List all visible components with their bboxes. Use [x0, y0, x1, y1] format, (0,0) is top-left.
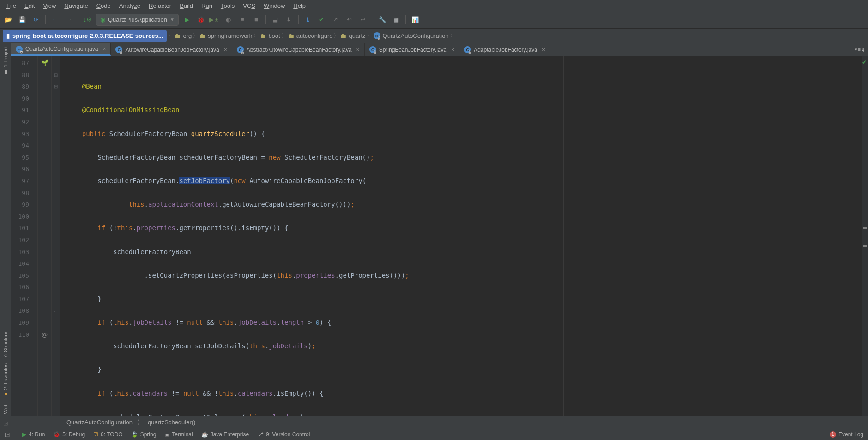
tab-abstract-autowire-capable-bean-factory[interactable]: C AbstractAutowireCapableBeanFactory.jav… — [232, 43, 365, 56]
tab-autowire-capable-bean-job-factory[interactable]: C AutowireCapableBeanJobFactory.java × — [111, 43, 232, 56]
class-icon: C — [115, 46, 122, 53]
tab-overflow[interactable]: ▾≡4 — [851, 43, 868, 56]
stripe-mark[interactable] — [863, 227, 867, 229]
favorites-tool-button[interactable]: ★ 2: Favorites — [2, 361, 8, 400]
download-icon[interactable]: ⬇ — [283, 14, 295, 25]
status-event-log[interactable]: 1Event Log — [830, 431, 863, 438]
vcs-revert-icon[interactable]: ↶ — [344, 14, 355, 25]
breadcrumb-class[interactable]: CQuartzAutoConfiguration — [374, 32, 449, 39]
tab-adaptable-job-factory[interactable]: C AdaptableJobFactory.java × — [459, 43, 550, 56]
status-run[interactable]: ▶4: Run — [22, 431, 45, 438]
breadcrumb-method[interactable]: quartzScheduler() — [148, 419, 195, 426]
tool-window-toggle-icon[interactable]: ◲ — [5, 431, 14, 438]
profile-icon[interactable]: ◐ — [223, 14, 234, 25]
error-stripe[interactable]: ✔ — [862, 56, 868, 416]
forward-icon[interactable]: → — [63, 14, 74, 25]
chevron-down-icon: ▼ — [170, 17, 175, 22]
menu-help[interactable]: Help — [289, 1, 309, 10]
tab-spring-bean-job-factory[interactable]: C SpringBeanJobFactory.java × — [365, 43, 460, 56]
sdk-icon[interactable]: 📊 — [410, 14, 421, 25]
breadcrumb-autoconfigure[interactable]: 🖿autoconfigure — [288, 32, 333, 39]
close-tab-icon[interactable]: × — [451, 47, 454, 53]
status-bar: ◲ ▶4: Run 🐞5: Debug ☑6: TODO 🍃Spring ▣Te… — [0, 428, 868, 440]
annotation-gutter-icon[interactable]: @ — [42, 331, 48, 338]
menu-build[interactable]: Build — [176, 1, 197, 10]
web-tool-button[interactable]: Web — [3, 401, 8, 416]
close-tab-icon[interactable]: × — [356, 47, 360, 53]
project-chip[interactable]: ▮ spring-boot-autoconfigure-2.0.3.RELEAS… — [3, 30, 167, 42]
menu-view[interactable]: View — [39, 1, 60, 10]
project-structure-icon[interactable]: ▦ — [391, 14, 402, 25]
separator — [265, 15, 266, 24]
menu-vcs[interactable]: VCS — [239, 1, 259, 10]
concurrency-icon[interactable]: ≡ — [237, 14, 248, 25]
editor-wrap: C QuartzAutoConfiguration.java × C Autow… — [11, 43, 868, 428]
menu-edit[interactable]: Edit — [21, 1, 38, 10]
spring-boot-icon: ◉ — [100, 16, 105, 23]
class-icon: C — [16, 46, 23, 53]
fold-end-icon[interactable]: ⌐ — [54, 309, 57, 314]
status-terminal[interactable]: ▣Terminal — [164, 431, 193, 438]
sync-icon[interactable]: ⟳ — [30, 14, 42, 25]
structure-tool-button[interactable]: 7: Structure — [3, 329, 8, 361]
settings-icon[interactable]: 🔧 — [377, 14, 388, 25]
run-icon[interactable]: ▶ — [181, 14, 193, 25]
fold-toggle-icon[interactable]: ⊟ — [54, 72, 58, 77]
debug-icon[interactable]: 🐞 — [195, 14, 206, 25]
separator — [45, 15, 46, 24]
project-icon: ▮ — [2, 69, 8, 75]
menu-window[interactable]: Window — [260, 1, 289, 10]
breadcrumb-org[interactable]: 🖿org — [175, 32, 192, 39]
terminal-icon: ▣ — [164, 431, 169, 438]
vcs-history-icon[interactable]: ↗ — [330, 14, 341, 25]
coverage-icon[interactable]: ▶⛨ — [209, 14, 220, 25]
menu-bar: File Edit View Navigate Code Analyze Ref… — [0, 0, 868, 11]
attach-icon[interactable]: ⬓ — [270, 14, 281, 25]
status-debug[interactable]: 🐞5: Debug — [53, 431, 85, 438]
status-vcs[interactable]: ⎇9: Version Control — [257, 431, 310, 438]
fold-toggle-icon[interactable]: ⊟ — [54, 84, 58, 89]
tab-quartz-autoconfiguration[interactable]: C QuartzAutoConfiguration.java × — [11, 43, 111, 56]
breadcrumb-boot[interactable]: 🖿boot — [260, 32, 280, 39]
project-chip-label: spring-boot-autoconfigure-2.0.3.RELEASE-… — [12, 32, 163, 39]
menu-tools[interactable]: Tools — [217, 1, 238, 10]
menu-analyze[interactable]: Analyze — [115, 1, 144, 10]
close-tab-icon[interactable]: × — [542, 47, 545, 53]
tool-window-toggle-icon[interactable]: ◲ — [1, 418, 10, 428]
breadcrumb-quartz[interactable]: 🖿quartz — [340, 32, 365, 39]
run-config-label: QuartzPlusApplication — [108, 16, 167, 23]
stripe-mark[interactable] — [863, 245, 867, 247]
line-number-gutter[interactable]: 8788899091929394959697989910010110210310… — [11, 56, 38, 416]
stop-icon[interactable]: ■ — [251, 14, 262, 25]
status-todo[interactable]: ☑6: TODO — [93, 431, 123, 438]
left-tool-window-bar: ▮ 1: Project 7: Structure ★ 2: Favorites… — [0, 43, 11, 428]
breadcrumb-springframework[interactable]: 🖿springframework — [199, 32, 252, 39]
project-tool-button[interactable]: ▮ 1: Project — [2, 43, 8, 78]
menu-file[interactable]: File — [3, 1, 20, 10]
vcs-commit-icon[interactable]: ✔ — [316, 14, 327, 25]
make-project-icon[interactable]: ↓⚙ — [82, 14, 93, 25]
status-spring[interactable]: 🍃Spring — [131, 431, 157, 438]
code-area[interactable]: @Bean @ConditionalOnMissingBean public S… — [60, 56, 862, 416]
menu-run[interactable]: Run — [198, 1, 216, 10]
star-icon: ★ — [2, 392, 8, 398]
menu-navigate[interactable]: Navigate — [60, 1, 91, 10]
vcs-update-icon[interactable]: ⤓ — [302, 14, 313, 25]
back-icon[interactable]: ← — [49, 14, 60, 25]
close-tab-icon[interactable]: × — [224, 47, 227, 53]
open-icon[interactable]: 📂 — [3, 14, 14, 25]
run-config-selector[interactable]: ◉ QuartzPlusApplication ▼ — [96, 14, 179, 26]
breadcrumb-class[interactable]: QuartzAutoConfiguration — [66, 419, 133, 426]
status-javaee[interactable]: ☕Java Enterprise — [201, 431, 249, 438]
bean-gutter-icon[interactable]: 🌱 — [41, 59, 48, 66]
close-tab-icon[interactable]: × — [102, 46, 106, 52]
separator — [373, 15, 373, 24]
menu-code[interactable]: Code — [93, 1, 115, 10]
folder-icon: 🖿 — [199, 32, 205, 39]
editor-area[interactable]: 8788899091929394959697989910010110210310… — [11, 56, 868, 416]
save-all-icon[interactable]: 💾 — [17, 14, 28, 25]
notification-badge: 1 — [830, 431, 836, 438]
undo-icon[interactable]: ↩ — [358, 14, 369, 25]
chevron-right-icon: 〉 — [137, 418, 143, 427]
menu-refactor[interactable]: Refactor — [145, 1, 175, 10]
